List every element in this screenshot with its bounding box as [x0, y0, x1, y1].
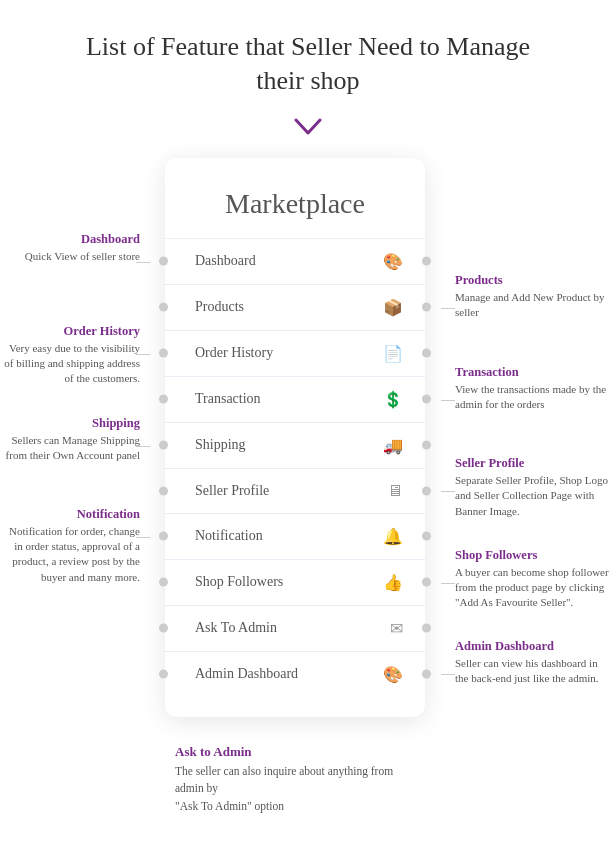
ann-title: Order History [0, 324, 140, 339]
menu-item-icon: ✉ [390, 619, 403, 638]
right-annotation-shop-followers: Shop Followers A buyer can become shop f… [455, 548, 610, 611]
card-title: Marketplace [165, 178, 425, 239]
ann-title: Shop Followers [455, 548, 610, 563]
menu-item-notification[interactable]: Notification 🔔 [165, 514, 425, 560]
connector-line-right-9 [441, 674, 455, 675]
menu-item-icon: 🔔 [383, 527, 403, 546]
menu-item-label: Shipping [195, 437, 246, 453]
ann-title: Dashboard [0, 232, 140, 247]
marketplace-card: Marketplace Dashboard 🎨 Products 📦 Order… [155, 158, 435, 717]
page-title: List of Feature that Seller Need to Mana… [0, 0, 616, 108]
connector-line-left-4 [136, 446, 150, 447]
bottom-note-desc: The seller can also inquire about anythi… [175, 763, 400, 815]
ann-desc: View the transactions made by the admin … [455, 382, 610, 413]
menu-item-icon: 🎨 [383, 252, 403, 271]
menu-item-label: Seller Profile [195, 483, 269, 499]
right-annotation-transaction: Transaction View the transactions made b… [455, 365, 610, 413]
left-annotation-dashboard: Dashboard Quick View of seller store [0, 232, 140, 264]
menu-item-seller-profile[interactable]: Seller Profile 🖥 [165, 469, 425, 514]
right-annotation-products: Products Manage and Add New Product by s… [455, 273, 610, 321]
ann-title: Transaction [455, 365, 610, 380]
ann-title: Shipping [0, 416, 140, 431]
right-annotation-seller-profile: Seller Profile Separate Seller Profile, … [455, 456, 610, 519]
menu-item-transaction[interactable]: Transaction 💲 [165, 377, 425, 423]
menu-item-shipping[interactable]: Shipping 🚚 [165, 423, 425, 469]
menu-item-icon: 📦 [383, 298, 403, 317]
right-annotation-admin-dashboard: Admin Dashboard Seller can view his dash… [455, 639, 610, 687]
menu-item-icon: 📄 [383, 344, 403, 363]
menu-item-admin-dashboard[interactable]: Admin Dashboard 🎨 [165, 652, 425, 697]
chevron-icon [0, 108, 616, 158]
menu-item-label: Order History [195, 345, 273, 361]
ann-title: Products [455, 273, 610, 288]
menu-item-dashboard[interactable]: Dashboard 🎨 [165, 239, 425, 285]
connector-line-right-7 [441, 583, 455, 584]
ann-title: Admin Dashboard [455, 639, 610, 654]
menu-list: Dashboard 🎨 Products 📦 Order History 📄 T… [165, 239, 425, 697]
ann-desc: A buyer can become shop follower from th… [455, 565, 610, 611]
menu-item-icon: 🖥 [387, 482, 403, 500]
bottom-note: Ask to Admin The seller can also inquire… [0, 734, 400, 815]
menu-item-icon: 🚚 [383, 436, 403, 455]
menu-item-icon: 👍 [383, 573, 403, 592]
menu-item-icon: 🎨 [383, 665, 403, 684]
menu-item-label: Notification [195, 528, 263, 544]
ann-desc: Notification for order, change in order … [0, 524, 140, 586]
left-annotation-shipping: Shipping Sellers can Manage Shipping fro… [0, 416, 140, 464]
connector-line-right-5 [441, 491, 455, 492]
menu-item-shop-followers[interactable]: Shop Followers 👍 [165, 560, 425, 606]
menu-item-order-history[interactable]: Order History 📄 [165, 331, 425, 377]
menu-item-label: Admin Dashboard [195, 666, 298, 682]
ann-title: Seller Profile [455, 456, 610, 471]
ann-desc: Separate Seller Profile, Shop Logo and S… [455, 473, 610, 519]
bottom-note-title: Ask to Admin [175, 744, 400, 760]
menu-item-label: Ask To Admin [195, 620, 277, 636]
menu-item-label: Dashboard [195, 253, 256, 269]
menu-item-products[interactable]: Products 📦 [165, 285, 425, 331]
ann-desc: Very easy due to the visibility of billi… [0, 341, 140, 387]
menu-item-ask-to-admin[interactable]: Ask To Admin ✉ [165, 606, 425, 652]
menu-item-label: Shop Followers [195, 574, 283, 590]
ann-desc: Manage and Add New Product by seller [455, 290, 610, 321]
left-annotation-notification: Notification Notification for order, cha… [0, 507, 140, 586]
ann-desc: Quick View of seller store [0, 249, 140, 264]
left-annotation-order-history: Order History Very easy due to the visib… [0, 324, 140, 387]
menu-item-label: Products [195, 299, 244, 315]
ann-desc: Sellers can Manage Shipping from their O… [0, 433, 140, 464]
connector-line-left-6 [136, 537, 150, 538]
ann-desc: Seller can view his dashboard in the bac… [455, 656, 610, 687]
connector-line-right-1 [441, 308, 455, 309]
ann-title: Notification [0, 507, 140, 522]
connector-line-left-2 [136, 354, 150, 355]
connector-line-right-3 [441, 400, 455, 401]
connector-line-left-0 [136, 262, 150, 263]
menu-item-label: Transaction [195, 391, 261, 407]
menu-item-icon: 💲 [383, 390, 403, 409]
